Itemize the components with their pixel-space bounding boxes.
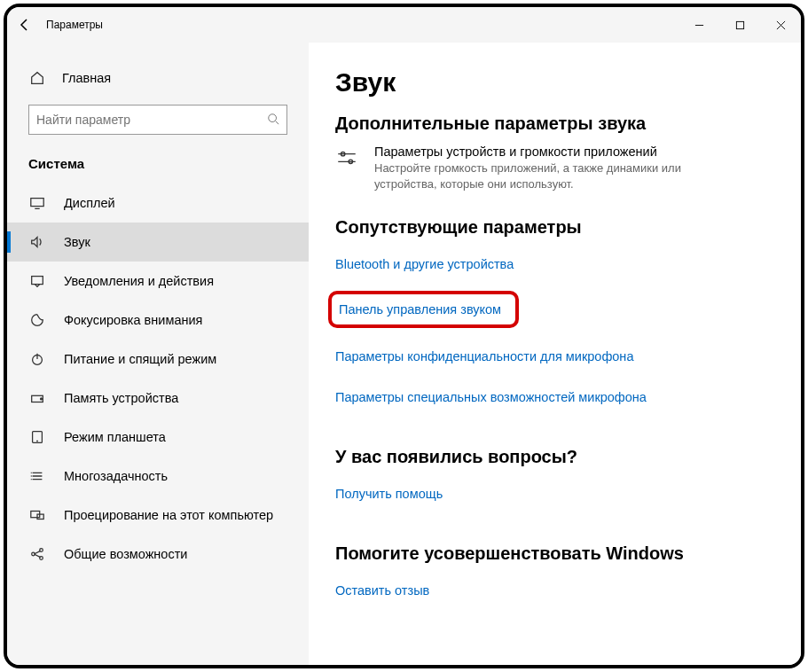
link-mic-ease[interactable]: Параметры специальных возможностей микро… [335, 390, 647, 404]
close-button[interactable] [760, 7, 801, 43]
link-get-help[interactable]: Получить помощь [335, 487, 443, 501]
advanced-heading: Дополнительные параметры звука [335, 113, 774, 134]
link-bluetooth[interactable]: Bluetooth и другие устройства [335, 257, 514, 271]
section-label: Система [7, 151, 309, 184]
notifications-icon [28, 272, 46, 290]
sidebar: Главная Система Дисплей Звук Уведомления… [7, 43, 309, 665]
tablet-icon [28, 428, 46, 446]
svg-point-2 [269, 113, 277, 121]
display-icon [28, 194, 46, 212]
sidebar-item-label: Питание и спящий режим [64, 352, 216, 366]
titlebar: Параметры [7, 7, 801, 43]
sidebar-item-label: Дисплей [64, 196, 115, 210]
link-mic-privacy[interactable]: Параметры конфиденциальности для микрофо… [335, 349, 633, 363]
sidebar-item-shared[interactable]: Общие возможности [7, 535, 309, 574]
multitask-icon [28, 467, 46, 485]
sidebar-item-label: Уведомления и действия [64, 274, 214, 288]
sidebar-item-multitask[interactable]: Многозадачность [7, 457, 309, 496]
svg-line-3 [276, 121, 279, 124]
sidebar-item-label: Многозадачность [64, 469, 168, 483]
app-volume-subtitle: Настройте громкость приложений, а также … [374, 160, 694, 192]
window-title: Параметры [43, 19, 103, 31]
svg-point-10 [41, 398, 43, 400]
svg-point-23 [40, 557, 43, 560]
link-feedback[interactable]: Оставить отзыв [335, 583, 429, 598]
project-icon [28, 506, 46, 524]
focus-icon [28, 311, 46, 329]
sidebar-item-label: Общие возможности [64, 547, 187, 561]
help-heading: У вас появились вопросы? [335, 447, 774, 467]
svg-point-21 [32, 552, 35, 556]
storage-icon [28, 389, 46, 407]
sliders-icon [335, 145, 360, 173]
link-sound-control-panel[interactable]: Панель управления звуком [339, 302, 501, 316]
sidebar-item-display[interactable]: Дисплей [7, 184, 309, 223]
svg-point-22 [40, 549, 43, 552]
content-pane: Звук Дополнительные параметры звука Пара… [309, 43, 801, 665]
search-input[interactable] [36, 113, 267, 127]
maximize-button[interactable] [719, 7, 760, 43]
sidebar-item-notifications[interactable]: Уведомления и действия [7, 262, 309, 301]
sidebar-item-sound[interactable]: Звук [7, 223, 309, 262]
feedback-heading: Помогите усовершенствовать Windows [335, 543, 774, 564]
highlight-sound-panel: Панель управления звуком [328, 291, 519, 328]
home-label: Главная [62, 71, 111, 85]
sidebar-item-label: Фокусировка внимания [64, 313, 202, 327]
sound-icon [28, 233, 46, 251]
sidebar-item-power[interactable]: Питание и спящий режим [7, 340, 309, 379]
sidebar-item-project[interactable]: Проецирование на этот компьютер [7, 496, 309, 535]
related-heading: Сопутствующие параметры [335, 217, 774, 238]
power-icon [28, 350, 46, 368]
sidebar-item-tablet[interactable]: Режим планшета [7, 418, 309, 457]
shared-icon [28, 545, 46, 563]
sidebar-item-label: Проецирование на этот компьютер [64, 508, 273, 522]
svg-rect-4 [31, 199, 43, 207]
svg-rect-6 [32, 277, 43, 285]
sidebar-item-label: Память устройства [64, 391, 178, 405]
sidebar-item-focus[interactable]: Фокусировка внимания [7, 301, 309, 340]
search-icon [267, 113, 279, 128]
svg-rect-1 [736, 21, 743, 28]
page-title: Звук [335, 67, 774, 98]
back-button[interactable] [7, 7, 43, 43]
home-icon [28, 69, 46, 87]
svg-rect-20 [37, 514, 43, 519]
app-volume-row[interactable]: Параметры устройств и громкости приложен… [335, 145, 774, 192]
minimize-button[interactable] [679, 7, 719, 43]
sidebar-item-storage[interactable]: Память устройства [7, 379, 309, 418]
sidebar-item-label: Режим планшета [64, 430, 166, 444]
search-box[interactable] [28, 105, 287, 135]
sidebar-item-label: Звук [64, 235, 90, 249]
home-link[interactable]: Главная [7, 59, 309, 98]
app-volume-title: Параметры устройств и громкости приложен… [374, 145, 694, 159]
